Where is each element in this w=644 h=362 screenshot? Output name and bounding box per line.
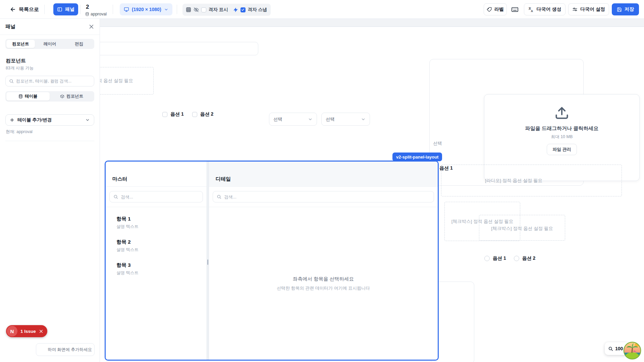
master-title: 마스터 bbox=[112, 176, 127, 182]
sliders-icon bbox=[572, 7, 578, 12]
source-tabs: 테이블 컴포넌트 bbox=[5, 91, 94, 102]
search-icon bbox=[9, 79, 14, 83]
i18n-settings-button[interactable]: 다국어 설정 bbox=[568, 3, 609, 15]
back-to-list-button[interactable]: 목록으로 bbox=[19, 6, 39, 13]
issue-badge[interactable]: N 1 Issue bbox=[6, 325, 47, 337]
master-header: 마스터 bbox=[106, 162, 207, 187]
chevron-down-icon bbox=[164, 7, 168, 12]
chevron-down-icon bbox=[361, 117, 366, 122]
panel-toggle-button[interactable]: 패널 bbox=[53, 3, 78, 15]
divider bbox=[5, 141, 94, 141]
component-search[interactable] bbox=[5, 76, 94, 86]
detail-search-row bbox=[209, 187, 438, 207]
tab-edit[interactable]: 편집 bbox=[65, 40, 93, 48]
master-search[interactable] bbox=[109, 191, 203, 202]
search-icon bbox=[217, 194, 221, 199]
save-icon bbox=[617, 7, 622, 12]
add-table-dropdown[interactable]: 테이블 추가/변경 bbox=[5, 114, 94, 126]
database-icon bbox=[85, 12, 89, 16]
magnifier-icon bbox=[608, 346, 613, 351]
list-item[interactable]: 항목 3 설명 텍스트 bbox=[116, 262, 207, 276]
select-2-value: 선택 bbox=[326, 116, 335, 122]
components-count: 83개 사용 가능 bbox=[6, 65, 94, 71]
island-emoji-sticker[interactable] bbox=[623, 342, 641, 360]
upload-limit: 최대 10 MB bbox=[551, 134, 573, 140]
select-placeholder-text: 적 옵션 설정 필요 bbox=[98, 78, 133, 84]
list-item-title: 항목 1 bbox=[116, 216, 207, 222]
toolbar-divider bbox=[113, 5, 113, 14]
tag-icon bbox=[487, 7, 492, 12]
split-panel-resizer[interactable] bbox=[207, 162, 209, 360]
panel-button-label: 패널 bbox=[65, 6, 74, 12]
source-tab-component[interactable]: 컴포넌트 bbox=[50, 92, 94, 101]
text-input-component[interactable] bbox=[87, 42, 258, 55]
file-manage-button[interactable]: 파일 관리 bbox=[547, 144, 577, 155]
close-icon[interactable] bbox=[89, 24, 94, 29]
bound-table: approval bbox=[85, 12, 107, 16]
detail-search-input[interactable] bbox=[224, 194, 430, 199]
add-table-label: 테이블 추가/변경 bbox=[17, 117, 82, 123]
selected-component-badge: v2-split-panel-layout bbox=[392, 153, 442, 161]
chevron-down-icon bbox=[85, 118, 90, 122]
zoom-value: 100 bbox=[615, 346, 623, 351]
select-component-1[interactable]: 선택 bbox=[269, 113, 317, 126]
detail-empty-state: 좌측에서 항목을 선택하세요 선택한 항목의 관련 데이터가 여기에 표시됩니다 bbox=[209, 207, 438, 360]
list-item[interactable]: 항목 2 설명 텍스트 bbox=[116, 239, 207, 253]
source-tab-table-label: 테이블 bbox=[25, 94, 38, 99]
eye-off-icon bbox=[194, 7, 199, 12]
database-icon bbox=[18, 94, 23, 99]
checkbox-option2[interactable] bbox=[192, 112, 197, 117]
grid-snap-checkbox[interactable] bbox=[240, 7, 246, 12]
check-icon bbox=[241, 8, 245, 11]
components-section-title: 컴포넌트 bbox=[6, 58, 94, 64]
radio-option2[interactable] bbox=[514, 256, 519, 261]
detail-search[interactable] bbox=[213, 191, 434, 202]
current-table-label: 현재: approval bbox=[6, 129, 94, 135]
radio-placeholder-box[interactable]: [라디오] 정적 옵션 설정 필요 bbox=[441, 165, 622, 196]
drag-hint: 하여 화면에 추가하세요 bbox=[36, 343, 95, 356]
source-tab-table[interactable]: 테이블 bbox=[6, 92, 50, 101]
list-item-title: 항목 3 bbox=[116, 262, 207, 268]
toolbar-divider bbox=[80, 5, 80, 14]
list-item[interactable]: 항목 1 설명 텍스트 bbox=[116, 216, 207, 230]
detail-empty-title: 좌측에서 항목을 선택하세요 bbox=[293, 276, 354, 282]
grid-show-checkbox[interactable] bbox=[201, 7, 206, 12]
panel-title: 패널 bbox=[5, 23, 15, 30]
screen-size-selector[interactable]: (644 × 362) bbox=[120, 3, 172, 15]
component-search-input[interactable] bbox=[16, 79, 91, 83]
top-toolbar: 목록으로 패널 2 approval (644 × 362) 격자 표시 격… bbox=[0, 0, 644, 19]
back-arrow-icon[interactable] bbox=[9, 6, 16, 13]
radio-placeholder-text: [라디오] 정적 옵션 설정 필요 bbox=[485, 178, 542, 184]
svg-text:A: A bbox=[531, 9, 533, 12]
master-search-input[interactable] bbox=[121, 194, 199, 199]
select-component-2[interactable]: 선택 bbox=[321, 113, 370, 126]
resizer-handle[interactable] bbox=[207, 259, 208, 265]
radio-group: 옵션 1 옵션 2 bbox=[484, 255, 535, 261]
panel-tabs: 컴포넌트 레이어 편집 bbox=[5, 39, 94, 49]
label-button[interactable]: 라벨 bbox=[484, 3, 507, 15]
save-button[interactable]: 저장 bbox=[612, 3, 639, 15]
page-number: 2 bbox=[86, 4, 89, 10]
source-tab-component-label: 컴포넌트 bbox=[66, 94, 83, 99]
bound-table-name: approval bbox=[91, 12, 107, 16]
checkbox-placeholder-text-2: [체크박스] 정적 옵션 설정 필요 bbox=[491, 226, 553, 232]
label-button-text: 라벨 bbox=[494, 6, 504, 12]
keyboard-icon[interactable] bbox=[511, 6, 519, 13]
checkbox-option1[interactable] bbox=[162, 112, 167, 117]
tab-components[interactable]: 컴포넌트 bbox=[6, 40, 35, 48]
i18n-generate-button[interactable]: 文A 다국어 생성 bbox=[524, 3, 566, 15]
close-icon[interactable] bbox=[39, 329, 43, 334]
radio-option2-label: 옵션 2 bbox=[522, 255, 536, 261]
checkbox-group: 옵션 1 옵션 2 bbox=[162, 111, 213, 117]
i18n-settings-label: 다국어 설정 bbox=[580, 6, 605, 12]
radio-option1[interactable] bbox=[484, 256, 490, 261]
drag-hint-text: 하여 화면에 추가하세요 bbox=[48, 347, 92, 353]
plus-icon bbox=[10, 118, 14, 122]
list-item-desc: 설명 텍스트 bbox=[116, 247, 207, 253]
select-1-value: 선택 bbox=[273, 116, 282, 122]
tab-layers[interactable]: 레이어 bbox=[36, 40, 64, 48]
form-group-select-label: 선택 bbox=[433, 140, 442, 146]
checkbox-placeholder-box-2[interactable]: [체크박스] 정적 옵션 설정 필요 bbox=[479, 215, 565, 241]
i18n-generate-label: 다국어 생성 bbox=[537, 6, 561, 12]
split-panel-component[interactable]: 마스터 항목 1 설명 텍스트 항목 2 설명 텍스트 항목 3 설명 텍스트 bbox=[105, 161, 439, 361]
